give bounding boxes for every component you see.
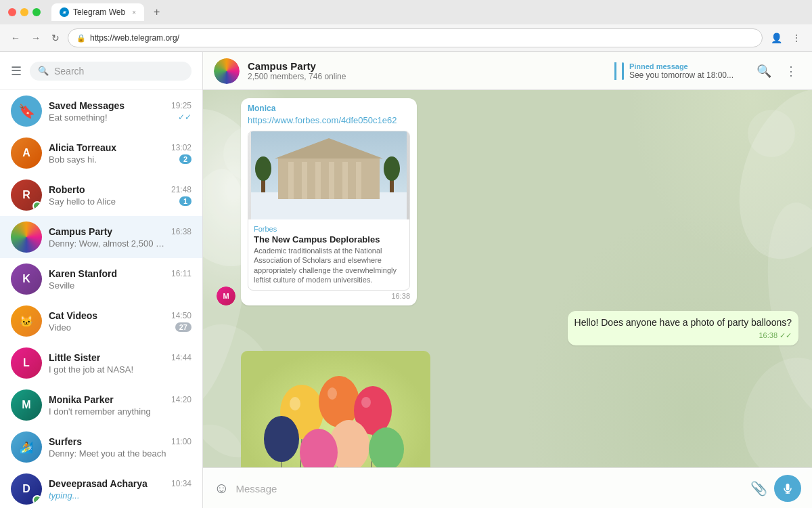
chat-preview: Seville: [49, 280, 74, 291]
svg-rect-18: [356, 162, 361, 199]
chat-item-surfers[interactable]: 🏄 Surfers 11:00 Denny: Meet you at the b…: [0, 426, 202, 468]
chat-time: 16:11: [171, 269, 191, 278]
traffic-lights: [8, 8, 41, 16]
attach-button[interactable]: 📎: [750, 480, 767, 496]
chat-item-littlesister[interactable]: L Little Sister 14:44 I got the job at N…: [0, 342, 202, 384]
chat-name: Roberto: [49, 184, 85, 195]
svg-point-40: [328, 387, 337, 400]
online-badge: [32, 201, 42, 211]
maximize-window-button[interactable]: [32, 8, 41, 16]
chat-main: Campus Party 2,500 members, 746 online P…: [203, 52, 812, 508]
chat-info-deveeprasad: Deveeprasad Acharya 10:34 typing...: [49, 478, 191, 501]
chat-name: Deveeprasad Acharya: [49, 478, 148, 489]
voice-message-button[interactable]: [774, 475, 801, 502]
unread-badge: 1: [179, 196, 191, 206]
emoji-button[interactable]: ☺: [214, 480, 229, 497]
chat-name: Campus Party: [49, 226, 112, 237]
balloon-photo: [241, 351, 430, 467]
message-outgoing-balloons-question: Hello! Does anyone have a photo of party…: [568, 311, 798, 345]
chat-info-roberto: Roberto 21:48 Say hello to Alice 1: [49, 184, 191, 207]
chat-item-roberto[interactable]: R Roberto 21:48 Say hello to Alice 1: [0, 174, 202, 216]
sidebar: ☰ 🔍 🔖 Saved Messages 19:25 Eat somet: [0, 52, 203, 508]
chat-item-catvideos[interactable]: 🐱 Cat Videos 14:50 Video 27: [0, 300, 202, 342]
chat-name: Monika Parker: [49, 394, 114, 405]
chat-header-name: Campus Party: [248, 60, 606, 72]
avatar-surfers: 🏄: [11, 431, 42, 463]
message-input[interactable]: [235, 483, 744, 494]
chat-item-campus[interactable]: Campus Party 16:38 Denny: Wow, almost 2,…: [0, 216, 202, 258]
more-options-button[interactable]: ⋮: [781, 60, 801, 83]
back-button[interactable]: ←: [8, 30, 23, 46]
chat-preview: Bob says hi.: [49, 154, 97, 165]
svg-point-21: [255, 156, 271, 181]
svg-rect-17: [342, 162, 348, 199]
chat-preview: Video: [49, 322, 71, 333]
avatar-catvideos: 🐱: [11, 305, 42, 337]
chat-preview: typing...: [49, 490, 80, 501]
pinned-text: See you tomorrow at 18:00...: [629, 70, 734, 80]
address-text: https://web.telegram.org/: [90, 33, 179, 43]
chat-info-campus: Campus Party 16:38 Denny: Wow, almost 2,…: [49, 226, 191, 249]
pinned-message[interactable]: Pinned message See you tomorrow at 18:00…: [614, 62, 734, 80]
messages-area: M Monica https://www.forbes.com/4dfe050c…: [203, 90, 812, 467]
svg-point-41: [361, 397, 371, 408]
avatar-karen: K: [11, 263, 42, 295]
browser-titlebar: Telegram Web × +: [0, 0, 812, 24]
chat-item-alicia[interactable]: A Alicia Torreaux 13:02 Bob says hi. 2: [0, 132, 202, 174]
chat-time: 19:25: [171, 101, 191, 110]
search-input[interactable]: [54, 66, 183, 77]
close-window-button[interactable]: [8, 8, 16, 16]
chat-info-alicia: Alicia Torreaux 13:02 Bob says hi. 2: [49, 142, 191, 165]
svg-rect-14: [302, 162, 307, 199]
chat-header: Campus Party 2,500 members, 746 online P…: [203, 52, 812, 90]
chat-item-saved[interactable]: 🔖 Saved Messages 19:25 Eat something! ✓✓: [0, 90, 202, 132]
chat-item-monika[interactable]: M Monika Parker 14:20 I don't remember a…: [0, 384, 202, 426]
message-text: Hello! Does anyone have a photo of party…: [574, 316, 792, 330]
message-link: https://www.forbes.com/4dfe050c1e62: [248, 114, 410, 127]
chat-info-surfers: Surfers 11:00 Denny: Meet you at the bea…: [49, 436, 191, 459]
chat-preview: Denny: Wow, almost 2,500 members!: [49, 238, 171, 249]
chat-header-actions: 🔍 ⋮: [752, 60, 801, 83]
telegram-app: ☰ 🔍 🔖 Saved Messages 19:25 Eat somet: [0, 52, 812, 508]
reload-button[interactable]: ↻: [49, 30, 62, 46]
browser-tab[interactable]: Telegram Web ×: [51, 3, 144, 21]
link-preview-image: [248, 131, 409, 219]
address-bar[interactable]: 🔒 https://web.telegram.org/: [68, 28, 763, 47]
search-messages-button[interactable]: 🔍: [752, 60, 775, 83]
profile-button[interactable]: 👤: [768, 30, 785, 46]
chat-name: Surfers: [49, 436, 82, 447]
chat-item-karen[interactable]: K Karen Stanford 16:11 Seville: [0, 258, 202, 300]
double-check-icon: ✓✓: [780, 331, 792, 340]
avatar-campus: [11, 221, 42, 253]
chat-name: Alicia Torreaux: [49, 142, 116, 153]
svg-rect-15: [315, 162, 321, 199]
chat-name: Little Sister: [49, 352, 100, 363]
forward-button[interactable]: →: [28, 30, 43, 46]
chat-info-littlesister: Little Sister 14:44 I got the job at NAS…: [49, 352, 191, 375]
msg-avatar-monica: M: [217, 287, 235, 305]
sender-name: Monica: [248, 104, 410, 113]
tab-close-button[interactable]: ×: [132, 9, 136, 16]
bubble-monica-link: Monica https://www.forbes.com/4dfe050c1e…: [241, 98, 417, 305]
sidebar-menu-button[interactable]: ☰: [11, 64, 22, 79]
chat-item-deveeprasad[interactable]: D Deveeprasad Acharya 10:34 typing...: [0, 468, 202, 508]
extensions-button[interactable]: ⋮: [789, 30, 804, 46]
chat-preview: Denny: Meet you at the beach: [49, 448, 166, 459]
balloon-message-container: Hold on, here it is. 16:38: [241, 351, 430, 467]
link-preview: Forbes The New Campus Deplorables Academ…: [248, 131, 410, 291]
chat-header-info: Campus Party 2,500 members, 746 online: [248, 60, 606, 81]
new-tab-button[interactable]: +: [150, 6, 164, 18]
minimize-window-button[interactable]: [20, 8, 28, 16]
unread-badge-muted: 27: [175, 322, 191, 332]
avatar-monika: M: [11, 389, 42, 421]
chat-list: 🔖 Saved Messages 19:25 Eat something! ✓✓…: [0, 90, 202, 508]
tab-favicon-icon: [60, 7, 69, 17]
search-icon: 🔍: [38, 66, 49, 76]
browser-chrome: Telegram Web × + ← → ↻ 🔒 https://web.tel…: [0, 0, 812, 52]
chat-info-saved: Saved Messages 19:25 Eat something! ✓✓: [49, 100, 191, 123]
chat-time: 16:38: [171, 227, 191, 236]
chat-time: 10:34: [171, 479, 191, 488]
avatar-littlesister: L: [11, 347, 42, 379]
svg-point-27: [319, 376, 359, 427]
search-box[interactable]: 🔍: [30, 62, 191, 81]
